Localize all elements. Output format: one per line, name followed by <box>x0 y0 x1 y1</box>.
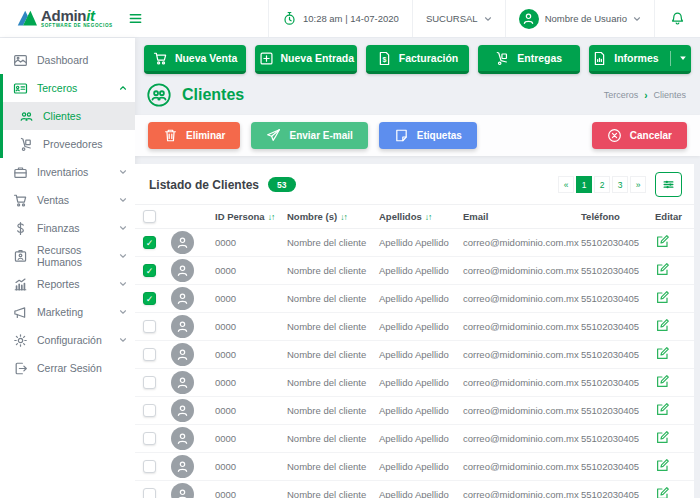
breadcrumb-terceros[interactable]: Terceros <box>604 90 639 100</box>
cell-telefono: 55102030405 <box>577 313 651 341</box>
cell-id-persona: 0000 <box>211 285 283 313</box>
row-checkbox[interactable] <box>143 460 156 473</box>
cell-id-persona: 0000 <box>211 313 283 341</box>
row-checkbox[interactable] <box>143 348 156 361</box>
cell-apellidos: Apellido Apellido <box>375 257 459 285</box>
cell-nombre: Nombre del cliente <box>283 341 375 369</box>
column-header-nombre-s-[interactable]: Nombre (s)↓↑ <box>283 205 375 229</box>
sort-icon[interactable]: ↓↑ <box>425 212 432 222</box>
branch-label: SUCURSAL <box>426 13 478 24</box>
chevron-down-icon <box>119 196 127 204</box>
informes-button[interactable]: Informes <box>589 45 691 74</box>
edit-icon[interactable] <box>655 458 670 473</box>
brand-tagline: SOFTWARE DE NEGOCIOS <box>41 24 113 29</box>
edit-icon[interactable] <box>655 374 670 389</box>
table-header: ID Persona↓↑Nombre (s)↓↑Apellidos↓↑Email… <box>135 205 694 229</box>
pagination-prev[interactable]: « <box>558 176 574 193</box>
avatar <box>171 399 194 422</box>
list-title: Listado de Clientes <box>149 178 259 192</box>
row-checkbox[interactable] <box>143 432 156 445</box>
sidebar-item-marketing[interactable]: Marketing <box>0 298 135 326</box>
menu-toggle-button[interactable] <box>122 0 149 37</box>
cell-email: correo@midominio.com.mx <box>459 425 577 453</box>
row-checkbox[interactable] <box>143 376 156 389</box>
edit-icon[interactable] <box>655 346 670 361</box>
bell-icon <box>670 11 685 26</box>
edit-icon[interactable] <box>655 486 670 498</box>
bulk-action-label: Enviar E-mail <box>289 130 352 141</box>
breadcrumb: Terceros › Clientes <box>604 90 686 101</box>
id-badge-icon <box>13 249 28 264</box>
row-checkbox[interactable]: ✓ <box>143 236 156 249</box>
pagination-next[interactable]: » <box>630 176 646 193</box>
cell-telefono: 55102030405 <box>577 285 651 313</box>
pagination-page-3[interactable]: 3 <box>612 176 628 193</box>
table-row: 0000 Nombre del cliente Apellido Apellid… <box>135 425 694 453</box>
breadcrumb-separator-icon: › <box>644 90 647 101</box>
etiquetas-button[interactable]: Etiquetas <box>379 122 477 149</box>
cell-telefono: 55102030405 <box>577 257 651 285</box>
cell-apellidos: Apellido Apellido <box>375 313 459 341</box>
edit-icon[interactable] <box>655 402 670 417</box>
plus-square-icon <box>259 51 274 66</box>
cell-id-persona: 0000 <box>211 397 283 425</box>
chevron-down-icon <box>119 280 127 288</box>
sort-icon[interactable]: ↓↑ <box>340 212 347 222</box>
facturacion-button[interactable]: $ Facturación <box>366 45 468 74</box>
sidebar-item-cerrar-sesion[interactable]: Cerrar Sesión <box>0 354 135 382</box>
cell-email: correo@midominio.com.mx <box>459 313 577 341</box>
cancel-button[interactable]: Cancelar <box>592 122 687 149</box>
nueva-venta-button[interactable]: Nueva Venta <box>144 45 246 74</box>
pagination-page-2[interactable]: 2 <box>594 176 610 193</box>
main-content: Nueva Venta Nueva Entrada $ Facturación … <box>135 38 700 498</box>
pagination-page-1[interactable]: 1 <box>576 176 592 193</box>
edit-icon[interactable] <box>655 290 670 305</box>
topbar: Adminit SOFTWARE DE NEGOCIOS 10:28 am | … <box>0 0 700 38</box>
avatar <box>171 287 194 310</box>
sidebar-item-label: Recursos Humanos <box>37 244 110 268</box>
row-checkbox[interactable]: ✓ <box>143 264 156 277</box>
column-header-id-persona[interactable]: ID Persona↓↑ <box>211 205 283 229</box>
brand-triangle-icon <box>16 9 37 28</box>
sort-icon[interactable]: ↓↑ <box>268 212 275 222</box>
users-icon <box>19 109 34 124</box>
enviar-e-mail-button[interactable]: Enviar E-mail <box>251 122 367 149</box>
notifications-button[interactable] <box>654 0 700 37</box>
breadcrumb-clientes[interactable]: Clientes <box>653 90 686 100</box>
row-checkbox[interactable] <box>143 320 156 333</box>
brand-logo: Adminit SOFTWARE DE NEGOCIOS <box>0 0 122 37</box>
sliders-icon <box>661 177 676 192</box>
user-menu[interactable]: Nombre de Usuario <box>505 0 654 37</box>
select-all-checkbox[interactable] <box>143 210 156 223</box>
column-header-apellidos[interactable]: Apellidos↓↑ <box>375 205 459 229</box>
sidebar-item-finanzas[interactable]: Finanzas <box>0 214 135 242</box>
cell-id-persona: 0000 <box>211 257 283 285</box>
datetime-display: 10:28 am | 14-07-2020 <box>268 0 412 37</box>
nueva-entrada-button[interactable]: Nueva Entrada <box>255 45 357 74</box>
edit-icon[interactable] <box>655 430 670 445</box>
sidebar-item-configuracion[interactable]: Configuración <box>0 326 135 354</box>
sidebar-item-inventarios[interactable]: Inventarios <box>0 158 135 186</box>
cell-email: correo@midominio.com.mx <box>459 481 577 498</box>
sidebar-item-recursos-humanos[interactable]: Recursos Humanos <box>0 242 135 270</box>
sidebar-item-clientes[interactable]: Clientes <box>0 102 135 130</box>
branch-selector[interactable]: SUCURSAL <box>412 0 505 37</box>
filter-button[interactable] <box>655 172 682 197</box>
edit-icon[interactable] <box>655 318 670 333</box>
eliminar-button[interactable]: Eliminar <box>148 122 240 149</box>
cell-email: correo@midominio.com.mx <box>459 229 577 257</box>
edit-icon[interactable] <box>655 234 670 249</box>
cell-email: correo@midominio.com.mx <box>459 397 577 425</box>
row-checkbox[interactable]: ✓ <box>143 292 156 305</box>
row-checkbox[interactable] <box>143 404 156 417</box>
sidebar-item-dashboard[interactable]: Dashboard <box>0 46 135 74</box>
sidebar-item-reportes[interactable]: Reportes <box>0 270 135 298</box>
entregas-button[interactable]: Entregas <box>478 45 580 74</box>
sidebar-item-proveedores[interactable]: Proveedores <box>0 130 135 158</box>
cell-nombre: Nombre del cliente <box>283 425 375 453</box>
row-checkbox[interactable] <box>143 488 156 498</box>
edit-icon[interactable] <box>655 262 670 277</box>
sidebar-item-ventas[interactable]: Ventas <box>0 186 135 214</box>
sidebar-item-terceros[interactable]: Terceros <box>0 74 135 102</box>
table-row: 0000 Nombre del cliente Apellido Apellid… <box>135 313 694 341</box>
